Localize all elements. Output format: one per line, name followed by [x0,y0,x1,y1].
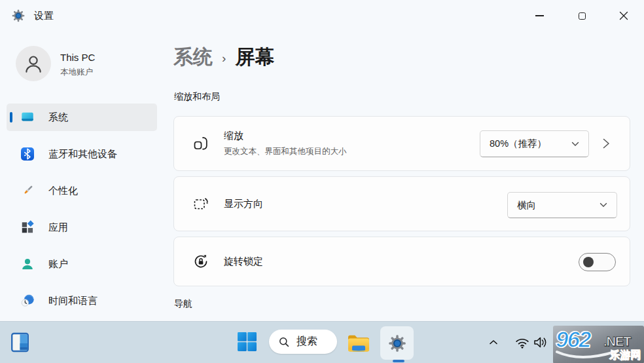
sidebar-item-label: 账户 [48,258,68,271]
person-icon [22,52,45,75]
orientation-card-text: 显示方向 [224,198,263,210]
section-scale-layout: 缩放和布局 [174,91,220,103]
sidebar-item-personalization[interactable]: 个性化 [7,177,157,204]
sidebar-item-label: 个性化 [48,185,78,197]
page-title: 屏幕 [235,44,274,71]
selected-indicator [10,112,12,123]
scale-icon [192,135,209,152]
window-title: 设置 [34,10,54,22]
active-app-indicator [393,360,404,362]
display-orientation-icon [192,195,209,212]
settings-gear-icon [387,334,407,353]
chevron-down-icon [599,202,607,208]
toggle-knob [583,257,594,267]
sidebar-item-time-language[interactable]: 时间和语言 [7,287,157,315]
scale-subtitle: 更改文本、界面和其他项目的大小 [224,146,347,157]
title-bar: 设置 [0,0,644,31]
watermark-number: 962 [556,326,590,353]
file-explorer-icon[interactable] [346,332,371,354]
sidebar-item-apps[interactable]: 应用 [7,214,157,241]
maximize-button[interactable] [567,4,596,28]
taskbar: 搜索 [0,321,644,363]
watermark-962net: 962 .NET 乐游网 [553,326,644,363]
sidebar-item-accounts[interactable]: 账户 [7,250,157,278]
sidebar-item-label: 应用 [48,221,68,234]
system-icon [20,110,35,124]
scale-card[interactable]: 缩放 更改文本、界面和其他项目的大小 80%（推荐） [173,116,630,171]
taskbar-settings-button[interactable] [380,326,414,360]
time-language-icon [20,294,35,308]
sidebar-nav: 系统 蓝牙和其他设备 个性化 [7,104,157,324]
search-icon [279,337,289,347]
close-icon [619,11,628,20]
breadcrumb: 系统 › 屏幕 [173,43,274,71]
scale-dropdown-value: 80%（推荐） [490,138,546,150]
taskbar-search[interactable]: 搜索 [269,330,337,354]
user-name: This PC [60,52,95,63]
sidebar-item-label: 蓝牙和其他设备 [48,148,117,161]
rotation-lock-card-text: 旋转锁定 [224,256,263,268]
minimize-button[interactable] [525,4,554,28]
watermark-domain: .NET [603,334,631,349]
accounts-icon [20,257,35,271]
scale-card-text: 缩放 更改文本、界面和其他项目的大小 [224,130,347,157]
chevron-right-icon[interactable] [601,138,611,149]
orientation-dropdown[interactable]: 横向 [507,192,617,218]
rotation-lock-card: 旋转锁定 [173,237,630,286]
breadcrumb-parent[interactable]: 系统 [173,44,213,71]
search-label: 搜索 [296,335,317,349]
start-button[interactable] [237,332,257,352]
rotation-lock-icon [192,253,209,270]
sidebar-item-system[interactable]: 系统 [7,104,157,131]
orientation-title: 显示方向 [224,198,263,210]
sidebar-item-bluetooth-devices[interactable]: 蓝牙和其他设备 [7,140,157,168]
chevron-down-icon [571,142,579,147]
close-button[interactable] [609,4,638,28]
section-navigation: 导航 [174,298,192,310]
settings-window: 设置 This PC 本地账户 系统 [0,0,644,363]
settings-gear-icon [11,9,26,23]
bluetooth-icon [20,147,35,161]
orientation-dropdown-value: 横向 [517,199,536,212]
volume-icon[interactable] [532,334,550,351]
sidebar-item-label: 时间和语言 [48,295,98,307]
user-account-type: 本地账户 [60,67,93,78]
widgets-icon[interactable] [11,332,29,353]
paintbrush-icon [20,183,35,198]
rotation-lock-toggle[interactable] [579,253,616,271]
wifi-icon[interactable] [514,335,530,351]
scale-title: 缩放 [224,130,347,142]
minimize-icon [535,15,544,16]
watermark-site: 乐游网 [609,349,641,362]
breadcrumb-separator-icon: › [222,49,226,66]
rotation-lock-title: 旋转锁定 [224,256,263,268]
apps-icon [20,220,35,235]
orientation-card: 显示方向 横向 [173,176,630,231]
user-profile[interactable]: This PC 本地账户 [0,41,164,88]
tray-chevron-up-icon[interactable] [488,337,499,347]
avatar [16,46,51,81]
scale-dropdown[interactable]: 80%（推荐） [480,130,589,157]
sidebar-item-label: 系统 [48,111,68,124]
maximize-icon [579,12,586,20]
